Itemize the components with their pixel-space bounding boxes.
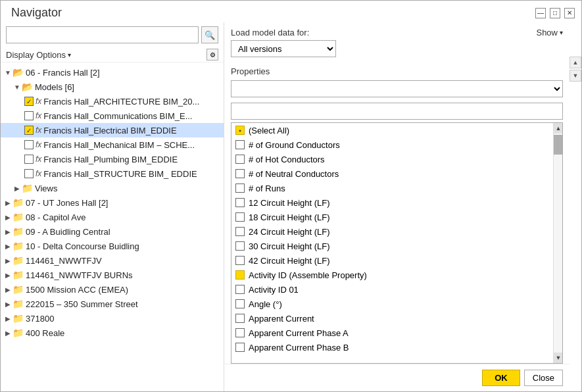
tree-item-capitol[interactable]: ▶ 📁 08 - Capitol Ave — [1, 210, 224, 224]
scroll-down-button[interactable]: ▼ — [570, 70, 581, 82]
chevron-icon[interactable]: ▶ — [3, 330, 12, 337]
tree-item-francis-hall[interactable]: ▼ 📂 06 - Francis Hall [2] — [1, 65, 224, 80]
prop-item-select-all[interactable]: ▪ (Select All) — [231, 123, 553, 137]
fx-icon: fx — [36, 111, 41, 120]
show-button[interactable]: Show ▾ — [536, 28, 563, 37]
tree-item-arch[interactable]: ✓ fx Francis Hall_ARCHITECTURE BIM_20... — [1, 94, 224, 109]
scroll-up-button[interactable]: ▲ — [570, 57, 581, 68]
title-bar-controls: — □ ✕ — [535, 8, 575, 18]
checkbox-icon[interactable] — [24, 140, 34, 149]
display-options-label: Display Options — [6, 50, 66, 60]
chevron-icon[interactable]: ▶ — [3, 272, 12, 279]
prop-item-neutral[interactable]: # of Neutral Conductors — [231, 166, 553, 181]
fx-icon: fx — [36, 140, 41, 149]
prop-checkbox — [235, 314, 245, 323]
tree-item-elec[interactable]: ✓ fx Francis Hall_Electrical BIM_EDDIE — [1, 123, 224, 137]
list-scroll-down-button[interactable]: ▼ — [554, 353, 563, 363]
prop-item-c18[interactable]: 18 Circuit Height (LF) — [231, 210, 553, 224]
prop-label: # of Ground Conductors — [249, 140, 340, 150]
show-label: Show — [536, 28, 558, 37]
checkbox-icon[interactable] — [24, 169, 34, 178]
checkbox-icon[interactable]: ✓ — [24, 126, 34, 135]
prop-item-c12[interactable]: 12 Circuit Height (LF) — [231, 195, 553, 210]
prop-item-ground[interactable]: # of Ground Conductors — [231, 137, 553, 152]
tree-item-plumb[interactable]: fx Francis Hall_Plumbing BIM_EDDIE — [1, 152, 224, 166]
chevron-icon[interactable]: ▶ — [12, 185, 22, 192]
title-bar: Navigator — □ ✕ — [1, 1, 581, 22]
tree-item-mission[interactable]: ▶ 📁 1500 Mission ACC (EMEA) — [1, 282, 224, 297]
prop-checkbox — [235, 184, 245, 193]
tree-label: Models [6] — [35, 82, 74, 92]
load-model-section: Load model data for: All versions — [224, 22, 570, 57]
prop-item-activity-id[interactable]: Activity ID (Assemble Property) — [231, 268, 553, 282]
prop-item-runs[interactable]: # of Runs — [231, 181, 553, 195]
prop-item-c30[interactable]: 30 Circuit Height (LF) — [231, 239, 553, 253]
chevron-icon[interactable]: ▶ — [3, 286, 12, 293]
properties-dropdown[interactable] — [231, 80, 563, 97]
search-input[interactable] — [6, 26, 199, 43]
tree-item-mech[interactable]: fx Francis Hall_Mechanical BIM – SCHE... — [1, 137, 224, 152]
close-button[interactable]: Close — [524, 370, 563, 386]
display-options-button[interactable]: Display Options ▾ — [6, 50, 71, 60]
tree-item-summer[interactable]: ▶ 📁 222015 – 350 Summer Street — [1, 297, 224, 311]
prop-item-c42[interactable]: 42 Circuit Height (LF) — [231, 253, 553, 268]
minimize-button[interactable]: — — [535, 8, 546, 18]
folder-open-icon: 📂 — [12, 67, 24, 78]
prop-checkbox — [235, 328, 245, 337]
list-scroll-up-button[interactable]: ▲ — [554, 123, 563, 134]
tree-item-struct[interactable]: fx Francis Hall_STRUCTURE BIM_ EDDIE — [1, 166, 224, 181]
tree-item-models[interactable]: ▼ 📂 Models [6] — [1, 80, 224, 94]
checkbox-icon[interactable]: ✓ — [24, 97, 34, 106]
properties-section: Properties — [224, 57, 570, 78]
chevron-icon[interactable]: ▶ — [3, 243, 12, 250]
prop-item-apparent-b[interactable]: Apparent Current Phase B — [231, 340, 553, 355]
tree-item-buidling[interactable]: ▶ 📁 09 - A Buidling Central — [1, 224, 224, 239]
chevron-icon[interactable]: ▶ — [3, 301, 12, 308]
maximize-button[interactable]: □ — [550, 8, 560, 18]
tree-item-views[interactable]: ▶ 📁 Views — [1, 181, 224, 195]
properties-list-container: ▪ (Select All) # of Ground Conductors # … — [231, 122, 563, 364]
search-button[interactable]: 🔍 — [201, 26, 218, 43]
settings-icon[interactable]: ⚙ — [206, 49, 218, 61]
prop-label: # of Runs — [249, 184, 285, 193]
tree-label: 07 - UT Jones Hall [2] — [26, 198, 108, 208]
folder-icon: 📁 — [12, 270, 24, 280]
prop-label: 18 Circuit Height (LF) — [249, 212, 330, 222]
chevron-icon[interactable]: ▶ — [3, 257, 12, 264]
tree-item-371800[interactable]: ▶ 📁 371800 — [1, 311, 224, 326]
prop-checkbox — [235, 227, 245, 236]
prop-checkbox — [235, 343, 245, 352]
tree-label: 09 - A Buidling Central — [26, 227, 110, 237]
tree-item-delta[interactable]: ▶ 📁 10 - Delta Concourse Buidling — [1, 239, 224, 253]
prop-item-apparent-a[interactable]: Apparent Current Phase A — [231, 326, 553, 340]
left-panel: 🔍 Display Options ▾ ⚙ ▼ 📂 06 - Francis H… — [1, 22, 224, 391]
tree-item-nwwtfjv[interactable]: ▶ 📁 114461_NWWTFJV — [1, 253, 224, 268]
tree-item-reale[interactable]: ▶ 📁 400 Reale — [1, 326, 224, 340]
chevron-icon[interactable]: ▶ — [3, 315, 12, 322]
prop-label: Activity ID (Assemble Property) — [249, 270, 367, 280]
properties-search-input[interactable] — [231, 103, 563, 120]
prop-item-hot[interactable]: # of Hot Conductors — [231, 152, 553, 166]
close-window-button[interactable]: ✕ — [564, 8, 575, 18]
tree-label: Francis Hall_Plumbing BIM_EDDIE — [43, 155, 178, 164]
chevron-icon[interactable]: ▶ — [3, 214, 12, 221]
tree-item-jones[interactable]: ▶ 📁 07 - UT Jones Hall [2] — [1, 195, 224, 210]
prop-item-c24[interactable]: 24 Circuit Height (LF) — [231, 224, 553, 239]
version-select[interactable]: All versions — [231, 40, 336, 57]
prop-item-apparent[interactable]: Apparent Current — [231, 311, 553, 326]
chevron-icon[interactable]: ▶ — [3, 228, 12, 235]
folder-open-icon: 📂 — [22, 82, 33, 92]
chevron-icon[interactable]: ▼ — [3, 69, 12, 76]
prop-label: Apparent Current Phase A — [249, 328, 349, 338]
chevron-icon[interactable]: ▶ — [3, 199, 12, 207]
prop-label: # of Hot Conductors — [249, 155, 325, 164]
prop-checkbox — [235, 256, 245, 265]
ok-button[interactable]: OK — [482, 370, 520, 386]
tree-item-burns[interactable]: ▶ 📁 114461_NWWTFJV BURNs — [1, 268, 224, 282]
prop-item-angle[interactable]: Angle (°) — [231, 297, 553, 311]
checkbox-icon[interactable] — [24, 155, 34, 164]
tree-item-comm[interactable]: fx Francis Hall_Communications BIM_E... — [1, 109, 224, 123]
prop-item-activity-id-01[interactable]: Activity ID 01 — [231, 282, 553, 297]
chevron-icon[interactable]: ▼ — [12, 84, 22, 91]
checkbox-icon[interactable] — [24, 111, 34, 120]
